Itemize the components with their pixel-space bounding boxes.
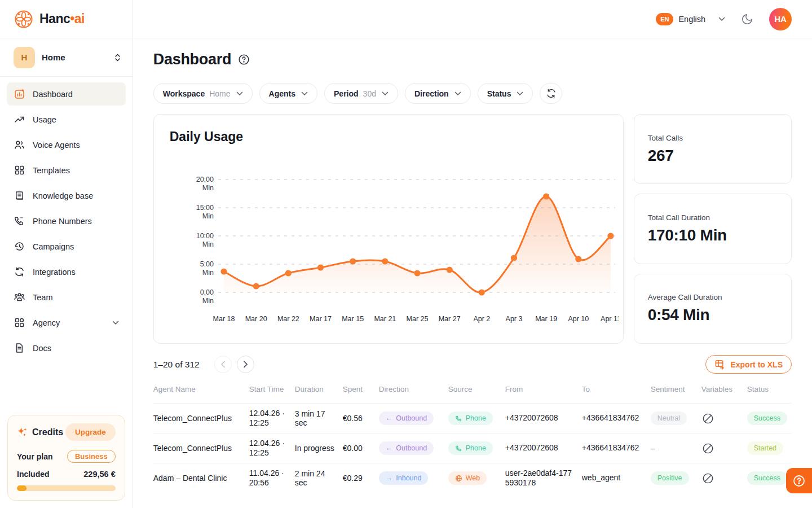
svg-text:Min: Min — [202, 240, 214, 248]
stat-label: Average Call Duration — [648, 293, 778, 301]
sidebar-item-templates[interactable]: Templates — [7, 159, 126, 182]
chevron-down-icon — [517, 91, 523, 96]
filter-direction[interactable]: Direction — [405, 83, 471, 104]
chart-point[interactable] — [285, 270, 291, 276]
sidebar-item-phone-numbers[interactable]: Phone Numbers — [7, 209, 126, 233]
stat-label: Total Calls — [648, 134, 778, 142]
phone-icon — [455, 445, 462, 452]
chart-point[interactable] — [220, 268, 227, 274]
sidebar-item-team[interactable]: Team — [7, 286, 126, 309]
filter-agents[interactable]: Agents — [259, 83, 317, 104]
chart-point[interactable] — [350, 258, 356, 264]
refresh-button[interactable] — [540, 83, 562, 104]
sidebar: Hanc•ai H Home Dashboard Usage Voice Age… — [0, 0, 133, 508]
credits-title: Credits — [17, 427, 63, 437]
integrations-icon — [14, 266, 25, 278]
stat-card-average-call-duration: Average Call Duration 0:54 Min — [634, 274, 792, 344]
export-xls-button[interactable]: Export to XLS — [705, 355, 792, 374]
chart-point[interactable] — [317, 264, 324, 270]
stat-value: 267 — [648, 147, 778, 165]
dark-mode-toggle[interactable] — [740, 12, 754, 27]
svg-text:Mar 21: Mar 21 — [374, 315, 396, 323]
chart-point[interactable] — [511, 255, 517, 261]
column-header-spent: Spent — [343, 385, 378, 393]
chart-point[interactable] — [253, 283, 259, 289]
pagination-range: 1–20 of 312 — [153, 360, 200, 370]
column-header-duration: Duration — [295, 385, 342, 393]
campaigns-icon — [14, 240, 25, 252]
pagination-prev-button[interactable] — [214, 356, 232, 373]
svg-text:Min: Min — [202, 297, 214, 305]
brand-logo[interactable]: Hanc•ai — [0, 0, 133, 38]
help-circle-icon[interactable] — [238, 54, 250, 65]
chart-point[interactable] — [414, 270, 420, 276]
table-row[interactable]: Telecom_ConnectPlus 12.04.26 · 12:25 In … — [153, 433, 792, 463]
svg-text:Min: Min — [202, 184, 214, 192]
to-value: +436641834762 — [582, 413, 650, 423]
phone-numbers-icon — [14, 215, 25, 227]
sidebar-item-usage[interactable]: Usage — [7, 108, 126, 131]
sidebar-item-label: Knowledge base — [33, 191, 119, 200]
workspace-selector[interactable]: H Home — [0, 38, 133, 77]
chart-point[interactable] — [382, 258, 388, 264]
daily-usage-chart-card: Daily Usage 0:00 Min5:00 Min10:00 Min15:… — [153, 114, 624, 344]
app-root: Hanc•ai H Home Dashboard Usage Voice Age… — [0, 0, 812, 508]
svg-text:Apr 2: Apr 2 — [473, 315, 490, 323]
sidebar-item-dashboard[interactable]: Dashboard — [7, 82, 126, 106]
agency-icon — [14, 317, 25, 329]
table-row[interactable]: Adam – Dental Clinic 11.04.26 · 20:56 2 … — [153, 463, 792, 493]
column-header-sentiment: Sentiment — [651, 385, 700, 393]
sparkles-icon — [17, 427, 28, 437]
avatar[interactable]: HA — [769, 8, 792, 30]
upgrade-button[interactable]: Upgrade — [65, 423, 116, 441]
language-selector[interactable]: EN English — [656, 13, 725, 25]
sidebar-item-integrations[interactable]: Integrations — [7, 260, 126, 283]
chevron-down-icon — [454, 91, 461, 96]
from-value: +43720072608 — [505, 413, 581, 423]
chart-point[interactable] — [607, 233, 614, 239]
sidebar-item-label: Agency — [33, 318, 105, 327]
svg-text:Apr 10: Apr 10 — [568, 315, 589, 323]
filter-status[interactable]: Status — [478, 83, 533, 104]
source-badge: Phone — [448, 441, 493, 455]
daily-usage-chart: 0:00 Min5:00 Min10:00 Min15:00 Min20:00 … — [170, 147, 614, 326]
source-badge: Web — [448, 471, 487, 485]
svg-text:Mar 19: Mar 19 — [535, 315, 557, 323]
chart-point[interactable] — [478, 289, 484, 295]
chart-point[interactable] — [446, 266, 452, 273]
spent: €0.29 — [343, 474, 378, 483]
sidebar-item-label: Phone Numbers — [33, 217, 119, 226]
slashed-circle-icon[interactable] — [701, 412, 742, 425]
support-fab-button[interactable] — [786, 468, 812, 493]
chart-point[interactable] — [575, 256, 581, 262]
sentiment-badge: Positive — [651, 471, 689, 485]
chart-point[interactable] — [543, 193, 549, 199]
filter-period[interactable]: Period30d — [324, 83, 398, 104]
slashed-circle-icon[interactable] — [701, 442, 742, 455]
topbar: EN English HA — [133, 0, 812, 38]
status-badge: Success — [747, 411, 787, 425]
table-row[interactable]: Telecom_ConnectPlus 12.04.26 · 12:25 3 m… — [153, 403, 792, 433]
sidebar-item-agency[interactable]: Agency — [7, 311, 126, 334]
status-badge: Started — [747, 441, 783, 455]
brand-flower-icon — [14, 9, 34, 29]
column-header-to: To — [582, 385, 650, 393]
column-header-start-time: Start Time — [249, 385, 294, 393]
status-badge: Success — [747, 471, 787, 485]
start-time: 12.04.26 · 12:25 — [249, 439, 294, 458]
refresh-icon — [546, 88, 557, 99]
filter-workspace[interactable]: WorkspaceHome — [153, 83, 253, 104]
slashed-circle-icon[interactable] — [701, 472, 742, 485]
sidebar-item-knowledge-base[interactable]: Knowledge base — [7, 184, 126, 207]
pagination-next-button[interactable] — [237, 356, 254, 373]
filter-bar: WorkspaceHomeAgentsPeriod30dDirectionSta… — [153, 83, 792, 104]
arrow-left-icon: ← — [386, 444, 393, 452]
column-header-variables: Variables — [701, 385, 746, 393]
sidebar-item-voice-agents[interactable]: Voice Agents — [7, 133, 126, 156]
sidebar-item-campaigns[interactable]: Campaigns — [7, 235, 126, 258]
included-value: 229,56 € — [83, 470, 115, 479]
chevron-down-icon — [382, 91, 389, 96]
source-badge: Phone — [448, 411, 493, 425]
dashboard-icon — [14, 88, 25, 100]
sidebar-item-docs[interactable]: Docs — [7, 336, 126, 360]
